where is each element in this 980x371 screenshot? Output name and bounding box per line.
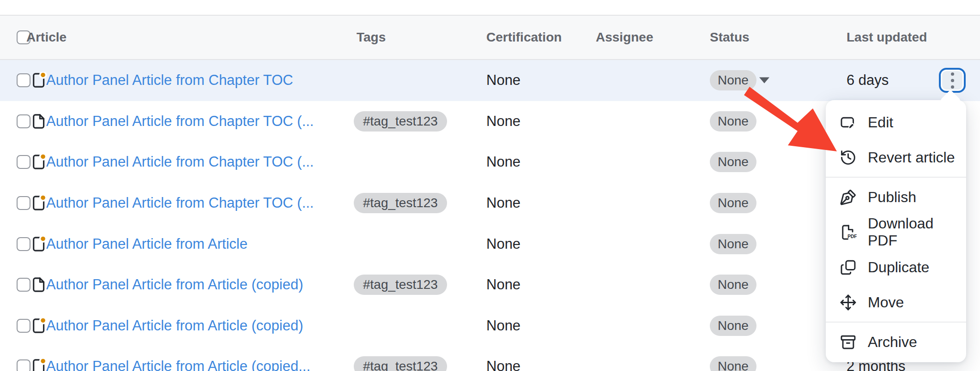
- tag-pill: #tag_test123: [354, 356, 447, 371]
- caret-down-icon[interactable]: [759, 78, 769, 84]
- menu-item-edit[interactable]: Edit: [826, 105, 966, 140]
- certification-value: None: [486, 72, 520, 89]
- article-modified-icon: [30, 236, 47, 252]
- menu-item-label: Duplicate: [868, 259, 929, 276]
- status-badge[interactable]: None: [710, 152, 756, 172]
- article-modified-icon: [30, 358, 47, 371]
- article-modified-icon: [30, 154, 47, 170]
- article-title-link[interactable]: Author Panel Article from Article (copie…: [46, 276, 303, 293]
- row-checkbox[interactable]: [17, 196, 30, 210]
- article-title-link[interactable]: Author Panel Article from Article (copie…: [46, 317, 303, 334]
- tag-pill: #tag_test123: [354, 193, 447, 213]
- menu-item-duplicate[interactable]: Duplicate: [826, 250, 966, 285]
- article-title-link[interactable]: Author Panel Article from Chapter TOC (.…: [46, 113, 314, 130]
- duplicate-icon: [840, 259, 857, 276]
- tag-pill: #tag_test123: [354, 111, 447, 132]
- certification-value: None: [486, 154, 520, 170]
- table-row: Author Panel Article from Chapter TOCNon…: [0, 60, 980, 101]
- menu-item-move[interactable]: Move: [826, 285, 966, 320]
- article-modified-icon: [30, 195, 47, 211]
- status-badge[interactable]: None: [710, 356, 756, 371]
- article-title-link[interactable]: Author Panel Article from Article (copie…: [46, 358, 310, 371]
- archive-icon: [840, 334, 857, 351]
- menu-item-label: Move: [868, 294, 904, 311]
- certification-value: None: [486, 236, 520, 252]
- article-title-link[interactable]: Author Panel Article from Article: [46, 236, 248, 252]
- column-header-last-updated: Last updated: [847, 30, 927, 45]
- menu-item-label: Archive: [868, 334, 917, 351]
- last-updated-value: 6 days: [847, 72, 889, 89]
- move-icon: [840, 294, 857, 311]
- edit-icon: [840, 114, 857, 131]
- article-icon: [30, 276, 47, 293]
- row-checkbox[interactable]: [17, 359, 30, 371]
- menu-item-revert-article[interactable]: Revert article: [826, 140, 966, 175]
- status-badge[interactable]: None: [710, 275, 756, 295]
- menu-item-publish[interactable]: Publish: [826, 180, 966, 215]
- kebab-menu-button[interactable]: [939, 68, 966, 93]
- article-title-link[interactable]: Author Panel Article from Chapter TOC (.…: [46, 154, 314, 170]
- article-icon: [30, 113, 47, 130]
- certification-value: None: [486, 317, 520, 334]
- certification-value: None: [486, 358, 520, 371]
- column-header-article: Article: [26, 30, 67, 45]
- row-checkbox[interactable]: [17, 278, 30, 292]
- context-menu: Edit Revert article Publish PDF Download…: [826, 100, 966, 362]
- menu-divider: [826, 322, 966, 323]
- row-checkbox[interactable]: [17, 73, 30, 87]
- menu-item-label: Revert article: [868, 149, 955, 166]
- column-header-tags: Tags: [357, 30, 386, 45]
- download-pdf-icon: PDF: [840, 224, 857, 241]
- menu-divider: [826, 177, 966, 178]
- article-title-link[interactable]: Author Panel Article from Chapter TOC (.…: [46, 195, 314, 211]
- menu-item-label: Publish: [868, 189, 916, 206]
- revert-history-icon: [840, 149, 857, 166]
- status-badge[interactable]: None: [710, 316, 756, 336]
- certification-value: None: [486, 195, 520, 211]
- column-header-status: Status: [710, 30, 750, 45]
- column-header-certification: Certification: [486, 30, 562, 45]
- article-modified-icon: [30, 317, 47, 334]
- table-header-row: ArticleTagsCertificationAssigneeStatusLa…: [0, 15, 980, 60]
- certification-value: None: [486, 113, 520, 130]
- row-checkbox[interactable]: [17, 155, 30, 169]
- certification-value: None: [486, 276, 520, 293]
- menu-item-archive[interactable]: Archive: [826, 324, 966, 359]
- status-badge[interactable]: None: [710, 70, 756, 90]
- menu-item-download-pdf[interactable]: PDF Download PDF: [826, 215, 966, 250]
- menu-item-label: Download PDF: [868, 215, 966, 249]
- status-badge[interactable]: None: [710, 234, 756, 254]
- row-checkbox[interactable]: [17, 237, 30, 251]
- column-header-assignee: Assignee: [596, 30, 653, 45]
- publish-pen-icon: [840, 189, 857, 206]
- row-checkbox[interactable]: [17, 114, 30, 128]
- article-modified-icon: [30, 72, 47, 89]
- menu-item-label: Edit: [868, 114, 893, 131]
- status-badge[interactable]: None: [710, 111, 756, 132]
- row-checkbox[interactable]: [17, 319, 30, 333]
- tag-pill: #tag_test123: [354, 275, 447, 295]
- article-title-link[interactable]: Author Panel Article from Chapter TOC: [46, 72, 293, 89]
- svg-text:PDF: PDF: [847, 234, 857, 239]
- status-badge[interactable]: None: [710, 193, 756, 213]
